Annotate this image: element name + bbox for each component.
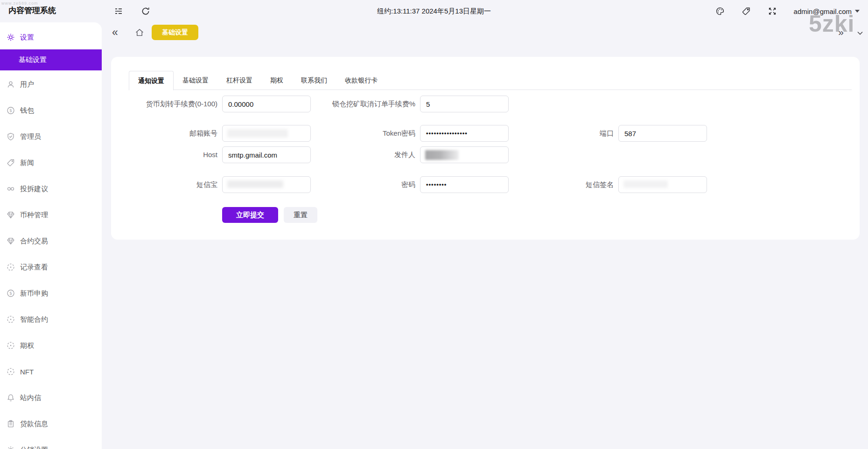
submit-button[interactable]: 立即提交: [222, 207, 278, 223]
svg-text:$: $: [9, 108, 12, 113]
email-account-input[interactable]: [222, 125, 311, 142]
sidebar-item-smart-contract[interactable]: 智能合约: [0, 306, 102, 332]
label-port: 端口: [507, 125, 614, 142]
mining-cancel-fee-input[interactable]: [420, 96, 509, 112]
topbar-left-icons: [114, 7, 150, 16]
sidebar-item-site-message[interactable]: 站内信: [0, 385, 102, 411]
dashed-circle-icon: [7, 315, 15, 324]
label-host: Host: [111, 146, 217, 163]
refresh-icon[interactable]: [141, 7, 150, 16]
sidebar-item-nft[interactable]: NFT: [0, 359, 102, 385]
topbar: admin@gmail.com: [102, 0, 868, 22]
gem-icon: [7, 237, 15, 245]
corner-watermark: www.ze589.com: [1, 1, 38, 6]
dashed-circle-icon: [7, 341, 15, 350]
clipboard-icon: [7, 420, 15, 428]
sidebar-item-records[interactable]: 记录查看: [0, 254, 102, 280]
sidebar-item-news[interactable]: 新闻: [0, 150, 102, 176]
menu-label: 用户: [20, 80, 34, 89]
label-sender: 发件人: [309, 146, 415, 163]
menu-label: 钱包: [20, 106, 34, 115]
sidebar-item-users[interactable]: 用户: [0, 71, 102, 97]
tab-options[interactable]: 期权: [261, 71, 292, 90]
smsbao-input[interactable]: [222, 176, 311, 193]
host-input[interactable]: [222, 146, 311, 163]
menu-label: 管理员: [20, 132, 41, 141]
tab-bank-card[interactable]: 收款银行卡: [336, 71, 386, 90]
svg-text:$: $: [9, 290, 12, 296]
user-icon: [7, 80, 15, 89]
sidebar-item-contract-trade[interactable]: 合约交易: [0, 228, 102, 254]
transfer-fee-input[interactable]: [222, 96, 311, 112]
sidebar-menu-list: 用户 $ 钱包 管理员: [0, 71, 102, 449]
sidebar-item-loan-info[interactable]: 贷款信息: [0, 411, 102, 437]
sidebar-item-options[interactable]: 期权: [0, 332, 102, 359]
sidebar-item-basic-settings-active[interactable]: 基础设置: [0, 49, 102, 70]
sender-input[interactable]: [420, 146, 509, 163]
menu-label: 新闻: [20, 159, 34, 167]
breadcrumb-tag-basic-settings[interactable]: 基础设置: [152, 25, 198, 40]
settings-card: 通知设置 基础设置 杠杆设置 期权 联系我们 收款银行卡 货币划转手续费(0-1…: [111, 57, 860, 240]
menu-fold-icon[interactable]: [114, 7, 123, 16]
app-title: 内容管理系统: [8, 5, 56, 16]
label-mining-cancel-fee: 锁仓挖矿取消订单手续费%: [309, 96, 415, 112]
dollar-circle-icon: $: [7, 106, 15, 115]
menu-label: 合约交易: [20, 237, 48, 246]
fullscreen-icon[interactable]: [768, 7, 777, 16]
bell-icon: [7, 394, 15, 402]
link-icon: [7, 185, 15, 193]
home-icon[interactable]: [134, 28, 145, 38]
menu-label: 投拆建议: [20, 185, 48, 193]
port-input[interactable]: [618, 125, 707, 142]
redacted-value: [227, 129, 288, 138]
menu-label: 新币申购: [20, 289, 48, 298]
shield-check-icon: [7, 132, 15, 141]
active-item-label: 基础设置: [19, 55, 47, 64]
menu-label: 贷款信息: [20, 420, 48, 428]
tab-basic-settings[interactable]: 基础设置: [174, 71, 217, 90]
menu-label: 站内信: [20, 394, 41, 402]
tags-more-icon[interactable]: »: [838, 22, 844, 43]
tags-row: « 基础设置 »: [102, 22, 868, 43]
tab-leverage-settings[interactable]: 杠杆设置: [217, 71, 261, 90]
label-token-password: Token密码: [309, 125, 415, 142]
breadcrumb-tag-label: 基础设置: [162, 28, 188, 37]
sidebar-item-admins[interactable]: 管理员: [0, 124, 102, 150]
sidebar: 内容管理系统 设置 基础设置: [0, 0, 102, 449]
menu-label: 智能合约: [20, 315, 48, 324]
sidebar-item-new-coin[interactable]: $ 新币申购: [0, 280, 102, 306]
caret-down-icon: [855, 10, 860, 13]
account-email: admin@gmail.com: [794, 7, 852, 15]
sidebar-panel: 设置 基础设置 用户: [0, 22, 102, 449]
tab-notify-settings[interactable]: 通知设置: [129, 71, 174, 90]
sms-signature-input[interactable]: [618, 176, 707, 193]
tab-contact-us[interactable]: 联系我们: [292, 71, 336, 90]
menu-label: 期权: [20, 341, 34, 350]
token-password-input[interactable]: ••••••••••••••••: [420, 125, 509, 142]
topbar-right-icons: admin@gmail.com: [715, 7, 860, 16]
sidebar-item-coin-manage[interactable]: 币种管理: [0, 202, 102, 228]
gem-icon: [7, 211, 15, 219]
redacted-value: [425, 150, 459, 160]
reset-button[interactable]: 重置: [284, 207, 317, 223]
sidebar-submenu: 基础设置: [0, 49, 102, 70]
chevron-down-icon[interactable]: [856, 29, 864, 37]
sidebar-item-distribution-settings[interactable]: 分销设置: [0, 437, 102, 449]
redacted-value: [623, 180, 668, 188]
collapse-sidebar-icon[interactable]: «: [112, 22, 118, 43]
dashed-circle-icon: [7, 367, 15, 376]
sidebar-item-wallet[interactable]: $ 钱包: [0, 97, 102, 124]
sidebar-item-feedback[interactable]: 投拆建议: [0, 176, 102, 202]
palette-icon[interactable]: [715, 7, 725, 16]
label-transfer-fee: 货币划转手续费(0-100): [111, 96, 217, 112]
sidebar-group-settings[interactable]: 设置: [0, 27, 102, 48]
account-menu[interactable]: admin@gmail.com: [794, 7, 860, 15]
password-input[interactable]: ••••••••: [420, 176, 509, 193]
gear-icon: [7, 33, 15, 41]
dollar-circle-icon: $: [7, 289, 15, 297]
redacted-value: [227, 180, 283, 188]
label-password: 密码: [309, 176, 415, 193]
menu-label: NFT: [20, 368, 34, 376]
sidebar-group-label: 设置: [20, 33, 34, 42]
price-tag-icon[interactable]: [742, 7, 751, 16]
